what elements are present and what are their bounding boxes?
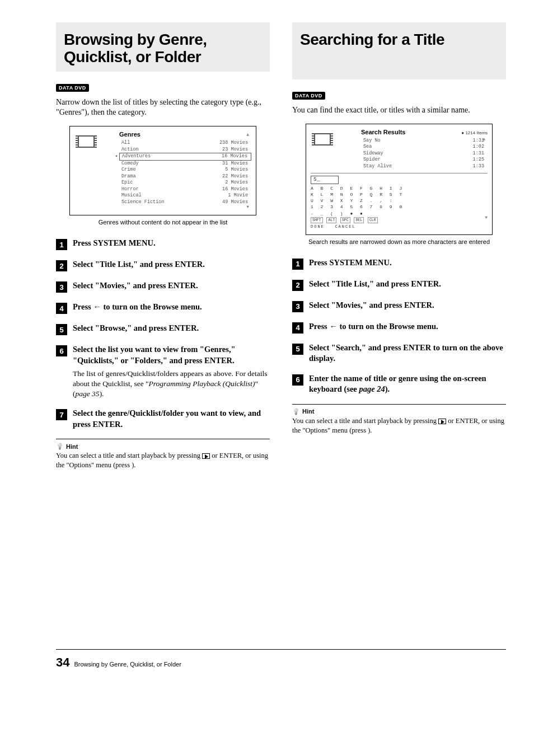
footer-title: Browsing by Genre, Quicklist, or Folder: [74, 661, 181, 668]
left-column: Browsing by Genre, Quicklist, or Folder …: [56, 22, 270, 470]
scroll-up-icon: ▲: [483, 137, 485, 142]
search-panel: Search Results ● 1214 Items ▲ Say No1:31…: [306, 124, 493, 235]
item-count: ● 1214 Items: [461, 130, 488, 135]
step-number: 2: [292, 280, 303, 291]
genre-row: Science Fiction49 Movies: [119, 199, 251, 205]
kbd-del: DEL: [354, 217, 364, 223]
panel-title: Genres: [119, 131, 251, 138]
right-column: Searching for a Title DATA DVD You can f…: [292, 22, 506, 470]
genres-panel: Genres ▲ All238 Movies Action23 Movies ◂…: [69, 126, 256, 215]
left-intro: Narrow down the list of titles by select…: [56, 97, 270, 119]
data-dvd-badge: DATA DVD: [292, 92, 325, 100]
genre-row: Drama22 Movies: [119, 173, 251, 180]
bulb-icon: [56, 443, 64, 450]
step-7: 7 Select the genre/Quicklist/folder you …: [56, 408, 270, 430]
kbd-shft: SHFT: [311, 217, 323, 223]
scroll-down-icon: ▼: [246, 204, 249, 209]
step-number: 6: [56, 345, 67, 356]
kbd-cancel: CANCEL: [335, 224, 355, 229]
right-heading: Searching for a Title: [300, 31, 498, 49]
step-number: 3: [56, 281, 67, 293]
step-number: 4: [56, 303, 67, 314]
step-number: 1: [56, 239, 67, 250]
step-3: 3 Select "Movies," and press ENTER.: [292, 300, 506, 312]
result-row: Sea1:02: [361, 144, 488, 150]
step-5: 5 Select "Search," and press ENTER to tu…: [292, 342, 506, 364]
genre-row: All238 Movies: [119, 140, 251, 146]
step-subtext: The list of genres/Quicklist/folders app…: [73, 369, 270, 400]
genre-row: Musical1 Movie: [119, 192, 251, 199]
step-number: 7: [56, 409, 67, 420]
step-2: 2 Select "Title List," and press ENTER.: [292, 279, 506, 291]
hint-body: You can select a title and start playbac…: [56, 451, 270, 470]
panel-title: Search Results: [361, 129, 405, 135]
step-number: 4: [292, 322, 303, 334]
step-1: 1 Press SYSTEM MENU.: [292, 257, 506, 270]
play-icon: [438, 419, 446, 424]
step-3: 3 Select "Movies," and press ENTER.: [56, 280, 270, 293]
data-dvd-badge: DATA DVD: [56, 84, 89, 92]
hint-label: Hint: [292, 408, 506, 415]
right-intro: You can find the exact title, or titles …: [292, 105, 506, 116]
scroll-down-icon: ▼: [485, 214, 490, 220]
results-list: Say No1:31 Sea1:02 Sideway1:31 Spider1:2…: [361, 138, 488, 170]
result-row: Spider1:25: [361, 157, 488, 163]
step-6: 6 Enter the name of title or genre using…: [292, 373, 506, 395]
step-number: 3: [292, 301, 303, 312]
step-4: 4 Press to turn on the Browse menu.: [56, 302, 270, 314]
page-number: 34: [56, 655, 69, 670]
step-number: 6: [292, 374, 303, 386]
page-footer: 34 Browsing by Genre, Quicklist, or Fold…: [56, 649, 506, 670]
hint-body: You can select a title and start playbac…: [292, 416, 506, 435]
genre-row-selected: ◂Adventures16 Movies: [119, 153, 251, 160]
result-row: Sideway1:31: [361, 151, 488, 157]
left-arrow-icon: [93, 302, 101, 311]
genre-row: Action23 Movies: [119, 147, 251, 153]
step-1: 1 Press SYSTEM MENU.: [56, 238, 270, 250]
genre-row: Horror16 Movies: [119, 186, 251, 192]
kbd-alt: ALT: [326, 217, 336, 223]
kbd-clr: CLR: [368, 217, 378, 223]
left-arrow-icon: [329, 322, 338, 331]
step-number: 1: [292, 259, 303, 270]
search-field: S_: [311, 176, 339, 184]
step-5: 5 Select "Browse," and press ENTER.: [56, 323, 270, 335]
result-row: Stay Alive1:33: [361, 163, 488, 170]
genre-list: All238 Movies Action23 Movies ◂Adventure…: [119, 140, 251, 205]
step-2: 2 Select "Title List," and press ENTER.: [56, 259, 270, 271]
film-icon: [314, 133, 331, 145]
divider: [56, 439, 270, 439]
kbd-done: DONE: [311, 224, 325, 229]
scroll-up-icon: ▲: [246, 132, 249, 137]
step-number: 2: [56, 260, 67, 271]
step-6: 6 Select the list you want to view from …: [56, 344, 270, 399]
right-heading-block: Searching for a Title: [292, 22, 506, 79]
genre-row: Comedy31 Movies: [119, 161, 251, 167]
step-number: 5: [292, 344, 303, 355]
play-icon: [202, 453, 210, 459]
divider: [292, 404, 506, 405]
genre-row: Epic2 Movies: [119, 180, 251, 186]
left-heading: Browsing by Genre, Quicklist, or Folder: [64, 31, 262, 66]
bulb-icon: [292, 408, 300, 415]
onscreen-keyboard: S_ A B C D E F G H I J K L M N O P Q R S…: [311, 173, 488, 229]
result-row: Say No1:31: [361, 138, 488, 144]
hint-label: Hint: [56, 443, 270, 450]
left-caption: Genres without content do not appear in …: [56, 219, 270, 226]
kbd-spc: SPC: [340, 217, 350, 223]
step-4: 4 Press to turn on the Browse menu.: [292, 321, 506, 334]
left-heading-block: Browsing by Genre, Quicklist, or Folder: [56, 22, 270, 72]
genre-row: Crime5 Movies: [119, 167, 251, 173]
film-icon: [78, 135, 95, 148]
step-number: 5: [56, 324, 67, 335]
right-caption: Search results are narrowed down as more…: [292, 238, 506, 245]
